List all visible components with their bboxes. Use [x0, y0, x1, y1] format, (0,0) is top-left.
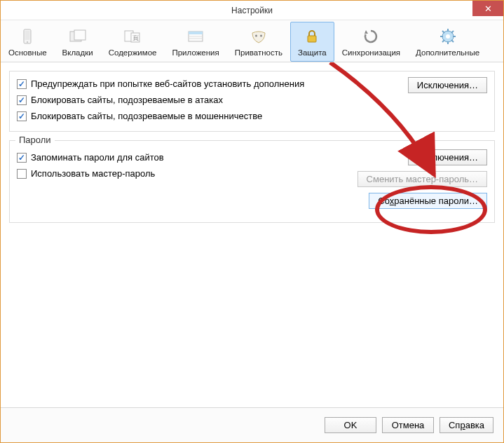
close-icon: ✕: [484, 4, 492, 14]
mask-icon: [249, 27, 268, 46]
svg-rect-9: [189, 32, 203, 34]
svg-point-17: [446, 34, 450, 39]
settings-window: Настройки ✕ Основные Вкладки 頁 Содержимо…: [0, 0, 504, 443]
master-password-checkbox[interactable]: [17, 169, 27, 179]
tab-tabs[interactable]: Вкладки: [55, 22, 101, 62]
svg-line-22: [442, 31, 444, 33]
master-password-label: Использовать мастер-пароль: [31, 168, 155, 179]
passwords-fieldset: Пароли Запоминать пароли для сайтов Испо…: [9, 140, 495, 223]
tabs-icon: [68, 27, 88, 46]
svg-marker-15: [365, 30, 368, 34]
ok-button[interactable]: OK: [325, 417, 376, 433]
svg-point-2: [27, 41, 28, 43]
saved-passwords-button[interactable]: Сохранённые пароли…: [369, 193, 487, 209]
tab-label: Защита: [298, 48, 327, 57]
tab-privacy[interactable]: Приватность: [227, 22, 290, 62]
close-button[interactable]: ✕: [472, 1, 503, 16]
tab-label: Дополнительные: [416, 48, 479, 57]
svg-point-13: [260, 35, 262, 37]
tab-label: Содержимое: [109, 48, 157, 57]
dialog-footer: OK Отмена Справка: [1, 407, 503, 442]
lock-icon: [302, 27, 322, 46]
change-master-password-button: Сменить мастер-пароль…: [357, 171, 487, 187]
content-area: Исключения… Предупреждать при попытке ве…: [1, 62, 503, 407]
svg-rect-4: [74, 30, 86, 40]
phone-icon: [18, 27, 37, 46]
remember-passwords-label: Запоминать пароли для сайтов: [31, 152, 164, 163]
tab-advanced[interactable]: Дополнительные: [408, 22, 487, 62]
warn-addons-label: Предупреждать при попытке веб-сайтов уст…: [31, 79, 304, 89]
content-icon: 頁: [123, 27, 142, 46]
block-forgery-checkbox[interactable]: [17, 111, 27, 121]
tab-content[interactable]: 頁 Содержимое: [101, 22, 165, 62]
tab-security[interactable]: Защита: [290, 22, 334, 62]
svg-point-12: [255, 35, 257, 37]
svg-line-23: [451, 40, 454, 42]
warn-addons-checkbox[interactable]: [17, 79, 27, 89]
titlebar: Настройки ✕: [1, 1, 503, 20]
help-button[interactable]: Справка: [440, 417, 493, 433]
tab-label: Синхронизация: [342, 48, 400, 57]
exceptions-top-button[interactable]: Исключения…: [408, 77, 487, 93]
block-attack-label: Блокировать сайты, подозреваемые в атака…: [31, 95, 223, 105]
svg-text:頁: 頁: [132, 34, 139, 41]
general-security-pane: Исключения… Предупреждать при попытке ве…: [9, 71, 495, 132]
svg-rect-1: [25, 31, 30, 40]
category-toolbar: Основные Вкладки 頁 Содержимое Приложения…: [1, 20, 503, 62]
tab-label: Приложения: [172, 48, 219, 57]
sync-icon: [361, 27, 381, 46]
svg-line-25: [451, 31, 454, 33]
cancel-button[interactable]: Отмена: [382, 417, 434, 433]
window-title: Настройки: [231, 6, 273, 15]
block-forgery-label: Блокировать сайты, подозреваемые в мошен…: [31, 111, 262, 121]
tab-sync[interactable]: Синхронизация: [334, 22, 408, 62]
remember-passwords-checkbox[interactable]: [17, 153, 27, 163]
tab-label: Основные: [8, 48, 47, 57]
block-attack-checkbox[interactable]: [17, 95, 27, 105]
tab-applications[interactable]: Приложения: [164, 22, 226, 62]
passwords-legend: Пароли: [15, 135, 55, 145]
tab-label: Приватность: [235, 48, 282, 57]
applications-icon: [186, 27, 205, 46]
svg-rect-14: [308, 36, 316, 42]
svg-line-24: [442, 40, 444, 42]
tab-label: Вкладки: [62, 48, 93, 57]
passwords-buttons-group: Исключения… Сменить мастер-пароль… Сохра…: [357, 149, 487, 209]
tab-general[interactable]: Основные: [1, 22, 55, 62]
password-exceptions-button[interactable]: Исключения…: [408, 149, 487, 165]
gear-icon: [438, 27, 458, 46]
